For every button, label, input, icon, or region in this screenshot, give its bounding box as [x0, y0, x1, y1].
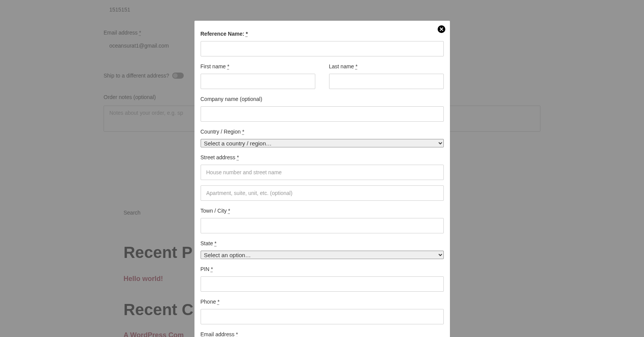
town-row: Town / City *	[201, 208, 444, 233]
reference-name-label: Reference Name: *	[201, 31, 444, 37]
phone-row: Phone *	[201, 299, 444, 324]
state-label: State *	[201, 240, 444, 246]
state-row: State * Select an option…	[201, 240, 444, 259]
last-name-group: Last name *	[329, 63, 444, 89]
first-name-label: First name *	[201, 63, 315, 69]
address-modal: Reference Name: * First name * Last name…	[194, 21, 450, 337]
country-select[interactable]: Select a country / region…	[201, 139, 444, 147]
company-input[interactable]	[201, 106, 444, 122]
last-name-label: Last name *	[329, 63, 444, 69]
company-label: Company name (optional)	[201, 96, 444, 102]
email-row: Email address *	[201, 331, 444, 337]
close-button[interactable]	[438, 25, 445, 33]
street-row: Street address *	[201, 154, 444, 201]
email-address-label: Email address *	[201, 331, 444, 337]
street-address-2-input[interactable]	[201, 185, 444, 201]
last-name-input[interactable]	[329, 74, 444, 89]
reference-name-row: Reference Name: *	[201, 31, 444, 56]
pin-row: PIN *	[201, 266, 444, 292]
close-icon	[440, 27, 443, 31]
first-name-group: First name *	[201, 63, 315, 89]
company-row: Company name (optional)	[201, 96, 444, 122]
first-name-input[interactable]	[201, 74, 315, 89]
name-row: First name * Last name *	[201, 63, 444, 89]
pin-label: PIN *	[201, 266, 444, 272]
pin-input[interactable]	[201, 276, 444, 292]
country-row: Country / Region * Select a country / re…	[201, 129, 444, 147]
street-address-1-input[interactable]	[201, 165, 444, 180]
phone-label: Phone *	[201, 299, 444, 305]
country-label: Country / Region *	[201, 129, 444, 135]
town-input[interactable]	[201, 218, 444, 233]
reference-name-input[interactable]	[201, 41, 444, 56]
street-label: Street address *	[201, 154, 444, 160]
town-label: Town / City *	[201, 208, 444, 214]
state-select[interactable]: Select an option…	[201, 251, 444, 259]
phone-input[interactable]	[201, 309, 444, 324]
